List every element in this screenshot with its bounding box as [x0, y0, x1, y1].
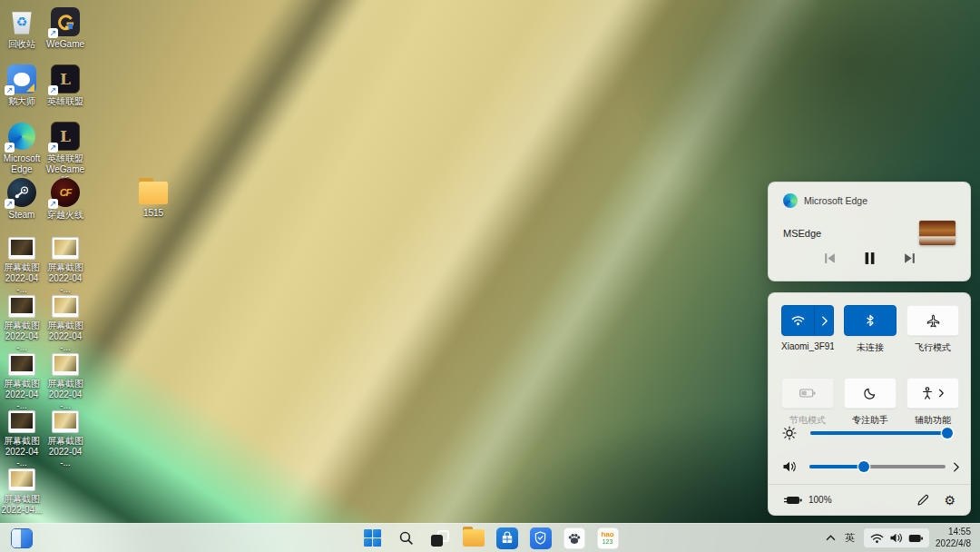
media-track-title: MSEdge — [783, 228, 821, 239]
shortcut-arrow-icon: ↗ — [48, 28, 58, 38]
accessibility-person-icon — [922, 387, 933, 399]
desktop-icon-screenshot-file[interactable]: 屏幕截图2022-04... — [1, 466, 43, 516]
tray-wifi-icon — [870, 533, 884, 544]
bluetooth-toggle-button[interactable] — [844, 305, 897, 336]
file-explorer-folder-icon — [463, 529, 485, 547]
icon-label: 穿越火线 — [44, 210, 86, 221]
baidu-app-button[interactable] — [564, 527, 585, 549]
windows-logo-icon — [364, 529, 382, 547]
screenshot-thumbnail-icon — [52, 353, 79, 376]
battery-charging-icon[interactable] — [783, 495, 803, 506]
microsoft-store-button[interactable] — [496, 527, 518, 549]
hao123-button[interactable]: hao123 — [597, 527, 619, 549]
ime-language-indicator[interactable]: 英 — [842, 531, 858, 545]
desktop-icon-folder[interactable]: 1515 — [132, 176, 174, 219]
wifi-expand-chevron[interactable] — [815, 306, 833, 335]
icon-label: 屏幕截图2022-04-... — [1, 262, 43, 295]
icon-label: 鹅大师 — [1, 96, 43, 107]
windows-desktop: ♻ 回收站 ↗ 鹅大师 ↗ MicrosoftEdge ↗ Steam ↗ We… — [0, 0, 980, 552]
focus-assist-label: 专注助手 — [844, 414, 897, 427]
desktop-icon-recycle-bin[interactable]: ♻ 回收站 — [1, 7, 43, 50]
desktop-icon-microsoft-edge[interactable]: ↗ MicrosoftEdge — [1, 122, 43, 175]
desktop-icon-screenshot-file[interactable]: 屏幕截图2022-04-... — [1, 350, 43, 411]
widgets-icon[interactable] — [11, 528, 33, 548]
icon-label: 回收站 — [1, 39, 43, 50]
desktop-icon-screenshot-file[interactable]: 屏幕截图2022-04-... — [44, 408, 86, 468]
previous-track-button[interactable] — [821, 250, 838, 266]
accessibility-button[interactable] — [906, 378, 959, 409]
icon-label: 屏幕截图2022-04... — [1, 494, 43, 516]
battery-saver-button — [781, 378, 834, 409]
settings-gear-icon[interactable]: ⚙ — [944, 494, 956, 507]
desktop-icon-screenshot-file[interactable]: 屏幕截图2022-04-... — [1, 234, 43, 295]
screenshot-thumbnail-icon — [8, 295, 35, 318]
task-view-icon — [431, 530, 449, 547]
bluetooth-label: 未连接 — [844, 341, 897, 354]
media-app-name: Microsoft Edge — [804, 195, 867, 206]
desktop-icon-screenshot-file[interactable]: 屏幕截图2022-04-... — [1, 292, 43, 353]
icon-label: WeGame — [44, 39, 86, 50]
brightness-sun-icon — [781, 426, 798, 440]
edit-quick-settings-button[interactable] — [916, 494, 929, 507]
clock-time: 14:55 — [936, 527, 971, 538]
icon-label: 屏幕截图2022-04-... — [44, 379, 86, 411]
icon-label: 屏幕截图2022-04-... — [1, 379, 43, 411]
airplane-icon — [926, 314, 940, 328]
volume-slider[interactable] — [809, 465, 946, 468]
desktop-icon-crossfire[interactable]: CF ↗ 穿越火线 — [44, 178, 86, 221]
accessibility-label: 辅助功能 — [906, 414, 959, 427]
icon-label: 屏幕截图2022-04-... — [1, 436, 43, 468]
wifi-toggle-button[interactable] — [781, 305, 834, 336]
desktop-icon-goose-app[interactable]: ↗ 鹅大师 — [1, 64, 43, 107]
icon-label: 屏幕截图2022-04-... — [44, 436, 86, 468]
next-track-button[interactable] — [901, 250, 917, 266]
taskbar: hao123 英 14:55 2022/4/8 — [0, 523, 980, 552]
shield-check-icon — [530, 527, 552, 549]
screenshot-thumbnail-icon — [8, 410, 35, 433]
tray-speaker-icon — [889, 532, 903, 544]
quick-settings-panel: Xiaomi_3F91_5G 未连接 飞行模式 — [768, 292, 971, 516]
desktop-icon-wegame[interactable]: ↗ WeGame — [44, 7, 86, 50]
file-explorer-button[interactable] — [463, 527, 485, 549]
shortcut-arrow-icon: ↗ — [48, 143, 58, 153]
icon-label: Steam — [1, 210, 43, 221]
icon-label: 屏幕截图2022-04-... — [44, 262, 86, 295]
tray-network-volume-battery-group[interactable] — [864, 528, 929, 547]
desktop-icon-screenshot-file[interactable]: 屏幕截图2022-04-... — [44, 292, 86, 353]
volume-output-chevron[interactable] — [953, 462, 959, 472]
battery-percentage: 100% — [808, 495, 832, 505]
desktop-icon-steam[interactable]: ↗ Steam — [1, 178, 43, 221]
airplane-mode-button[interactable] — [906, 305, 959, 336]
icon-label: 英雄联盟 — [44, 96, 86, 107]
screenshot-thumbnail-icon — [52, 295, 79, 318]
desktop-icon-lol-wegame[interactable]: L ↗ 英雄联盟WeGame版 — [44, 122, 86, 186]
shortcut-arrow-icon: ↗ — [5, 85, 15, 95]
desktop-icon-lol[interactable]: L ↗ 英雄联盟 — [44, 64, 86, 107]
tray-chevron-up-icon[interactable] — [826, 535, 836, 541]
brightness-slider[interactable] — [810, 431, 952, 435]
edge-icon — [783, 193, 798, 208]
shortcut-arrow-icon: ↗ — [48, 199, 58, 209]
clock-date: 2022/4/8 — [936, 538, 971, 550]
volume-slider-thumb[interactable] — [858, 461, 869, 472]
brightness-slider-row — [781, 426, 959, 440]
brightness-slider-thumb[interactable] — [942, 428, 953, 439]
shortcut-arrow-icon: ↗ — [48, 85, 58, 95]
battery-saver-label: 节电模式 — [781, 414, 834, 427]
pc-manager-button[interactable] — [530, 527, 552, 549]
paw-icon — [564, 527, 585, 549]
desktop-icon-screenshot-file[interactable]: 屏幕截图2022-04-... — [44, 234, 86, 295]
search-button[interactable] — [396, 527, 417, 549]
desktop-icon-screenshot-file[interactable]: 屏幕截图2022-04-... — [44, 350, 86, 411]
start-button[interactable] — [362, 527, 384, 549]
wifi-icon[interactable] — [782, 306, 815, 335]
screenshot-thumbnail-icon — [52, 237, 79, 260]
pause-button[interactable] — [861, 250, 877, 266]
taskbar-clock[interactable]: 14:55 2022/4/8 — [936, 527, 976, 549]
screenshot-thumbnail-icon — [52, 410, 79, 433]
focus-assist-button[interactable] — [844, 378, 897, 409]
desktop-icon-screenshot-file[interactable]: 屏幕截图2022-04-... — [1, 408, 43, 468]
screenshot-thumbnail-icon — [8, 353, 35, 376]
volume-speaker-icon — [781, 460, 797, 473]
task-view-button[interactable] — [429, 527, 451, 549]
